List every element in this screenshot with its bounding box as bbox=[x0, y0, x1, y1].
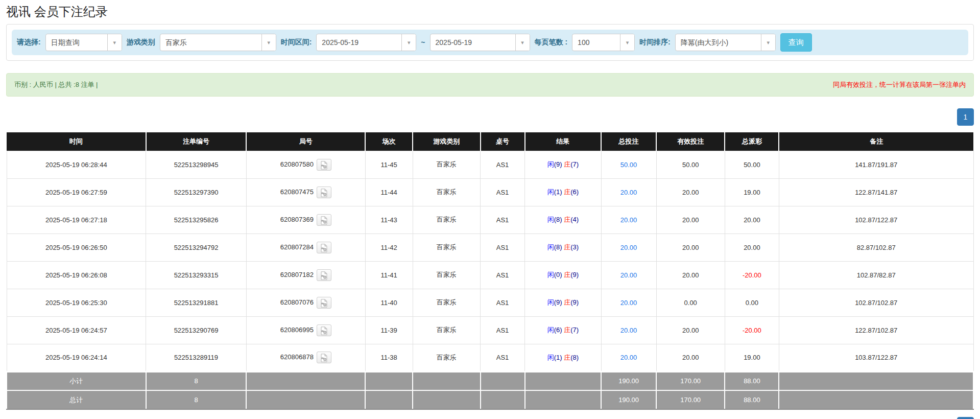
footer-count: 8 bbox=[146, 371, 247, 390]
cell-session: 11-39 bbox=[365, 316, 413, 344]
table-row: 2025-05-19 06:24:14522513289119620806878… bbox=[7, 344, 973, 371]
time-sort-value: 降冪(由大到小) bbox=[676, 34, 761, 51]
footer-empty bbox=[779, 390, 973, 409]
cell-game-type: 百家乐 bbox=[413, 151, 481, 178]
result-banker-score: (7) bbox=[570, 160, 579, 168]
column-header-4: 游戏类别 bbox=[413, 132, 481, 151]
footer-empty bbox=[246, 371, 365, 390]
date-to-select[interactable]: 2025-05-19 ▾ bbox=[430, 34, 530, 51]
cell-bet-number: 522513298945 bbox=[146, 151, 247, 178]
cell-valid-bet: 20.00 bbox=[656, 344, 725, 371]
cell-remark: 141.87/191.87 bbox=[779, 151, 973, 178]
column-header-3: 场次 bbox=[365, 132, 413, 151]
column-header-1: 注单编号 bbox=[146, 132, 247, 151]
cell-remark: 103.87/122.87 bbox=[779, 344, 973, 371]
date-from-select[interactable]: 2025-05-19 ▾ bbox=[316, 34, 416, 51]
page-button-1[interactable]: 1 bbox=[957, 108, 974, 126]
payout-value: 20.00 bbox=[744, 216, 760, 224]
footer-empty bbox=[413, 371, 481, 390]
total-bet-link[interactable]: 50.00 bbox=[620, 161, 637, 169]
video-replay-button[interactable] bbox=[317, 352, 331, 363]
video-replay-button[interactable] bbox=[317, 324, 331, 336]
cell-session: 11-42 bbox=[365, 234, 413, 261]
cell-total-bet: 20.00 bbox=[601, 261, 656, 289]
footer-empty bbox=[246, 390, 365, 409]
video-file-icon bbox=[320, 161, 328, 170]
video-replay-button[interactable] bbox=[317, 187, 331, 198]
total-bet-link[interactable]: 20.00 bbox=[620, 189, 637, 196]
time-sort-label: 时间排序: bbox=[639, 38, 671, 47]
video-replay-button[interactable] bbox=[317, 297, 331, 309]
video-replay-button[interactable] bbox=[317, 242, 331, 253]
result-banker-score: (3) bbox=[570, 243, 579, 251]
cell-game-type: 百家乐 bbox=[413, 178, 481, 206]
date-type-select[interactable]: 日期查询 ▾ bbox=[45, 34, 122, 51]
cell-table-number: AS1 bbox=[481, 289, 525, 316]
result-player-score: (8) bbox=[554, 243, 562, 251]
cell-bet-number: 522513290769 bbox=[146, 316, 247, 344]
total-bet-link[interactable]: 20.00 bbox=[620, 299, 637, 307]
total-bet-link[interactable]: 20.00 bbox=[620, 244, 637, 251]
cell-remark: 82.87/102.87 bbox=[779, 234, 973, 261]
round-number: 620807076 bbox=[280, 298, 314, 306]
result-player-score: (1) bbox=[554, 188, 562, 196]
table-row: 2025-05-19 06:26:08522513293315620807182… bbox=[7, 261, 973, 289]
result-banker-score: (6) bbox=[570, 188, 579, 196]
pagination-bottom: 1 bbox=[6, 417, 974, 419]
column-header-2: 局号 bbox=[246, 132, 365, 151]
footer-empty bbox=[525, 371, 602, 390]
video-replay-button[interactable] bbox=[317, 214, 331, 226]
cell-remark: 122.87/102.87 bbox=[779, 316, 973, 344]
cell-valid-bet: 20.00 bbox=[656, 316, 725, 344]
chevron-down-icon: ▾ bbox=[401, 34, 416, 51]
cell-time: 2025-05-19 06:28:44 bbox=[7, 151, 146, 178]
result-player: 闲 bbox=[547, 188, 554, 196]
result-player: 闲 bbox=[547, 160, 554, 168]
date-type-label: 请选择: bbox=[17, 38, 41, 47]
cell-session: 11-40 bbox=[365, 289, 413, 316]
time-sort-select[interactable]: 降冪(由大到小) ▾ bbox=[675, 34, 776, 51]
cell-session: 11-41 bbox=[365, 261, 413, 289]
video-replay-button[interactable] bbox=[317, 269, 331, 281]
query-button[interactable]: 查询 bbox=[780, 33, 812, 52]
table-row: 2025-05-19 06:24:57522513290769620806995… bbox=[7, 316, 973, 344]
total-bet-link[interactable]: 20.00 bbox=[620, 216, 637, 224]
result-banker-score: (4) bbox=[570, 216, 579, 223]
video-file-icon bbox=[320, 216, 328, 225]
betting-records-table: 时间注单编号局号场次游戏类别桌号结果总投注有效投注总派彩备注 2025-05-1… bbox=[6, 132, 974, 410]
total-bet-link[interactable]: 20.00 bbox=[620, 354, 637, 361]
column-header-9: 总派彩 bbox=[725, 132, 779, 151]
per-page-select[interactable]: 100 ▾ bbox=[572, 34, 635, 51]
cell-payout: -20.00 bbox=[725, 261, 779, 289]
cell-bet-number: 522513293315 bbox=[146, 261, 247, 289]
cell-round-number: 620807182 bbox=[246, 261, 365, 289]
table-header-row: 时间注单编号局号场次游戏类别桌号结果总投注有效投注总派彩备注 bbox=[7, 132, 973, 151]
chevron-down-icon: ▾ bbox=[620, 34, 634, 51]
cell-result: 闲(8) 庄(4) bbox=[525, 206, 602, 234]
cell-payout: 19.00 bbox=[725, 178, 779, 206]
cell-time: 2025-05-19 06:27:59 bbox=[7, 178, 146, 206]
result-banker: 庄 bbox=[564, 243, 570, 251]
page-button-1-bottom[interactable]: 1 bbox=[957, 417, 974, 419]
payout-value: 0.00 bbox=[746, 299, 758, 307]
payout-value: 19.00 bbox=[744, 354, 760, 361]
table-row: 2025-05-19 06:27:59522513297390620807475… bbox=[7, 178, 973, 206]
footer-label: 小计 bbox=[7, 371, 146, 390]
cell-table-number: AS1 bbox=[481, 206, 525, 234]
game-type-select[interactable]: 百家乐 ▾ bbox=[160, 34, 276, 51]
payout-value: 50.00 bbox=[744, 161, 760, 169]
result-player: 闲 bbox=[547, 216, 554, 223]
result-banker: 庄 bbox=[564, 271, 570, 278]
result-player-score: (8) bbox=[554, 216, 562, 223]
video-file-icon bbox=[320, 189, 328, 197]
total-bet-link[interactable]: 20.00 bbox=[620, 327, 637, 334]
cell-time: 2025-05-19 06:26:08 bbox=[7, 261, 146, 289]
footer-empty bbox=[481, 390, 525, 409]
payout-value: 20.00 bbox=[744, 244, 760, 251]
video-replay-button[interactable] bbox=[317, 159, 331, 171]
cell-session: 11-44 bbox=[365, 178, 413, 206]
total-bet-link[interactable]: 20.00 bbox=[620, 271, 637, 279]
chevron-down-icon: ▾ bbox=[107, 34, 122, 51]
footer-empty bbox=[779, 371, 973, 390]
footer-payout: 88.00 bbox=[725, 390, 779, 409]
